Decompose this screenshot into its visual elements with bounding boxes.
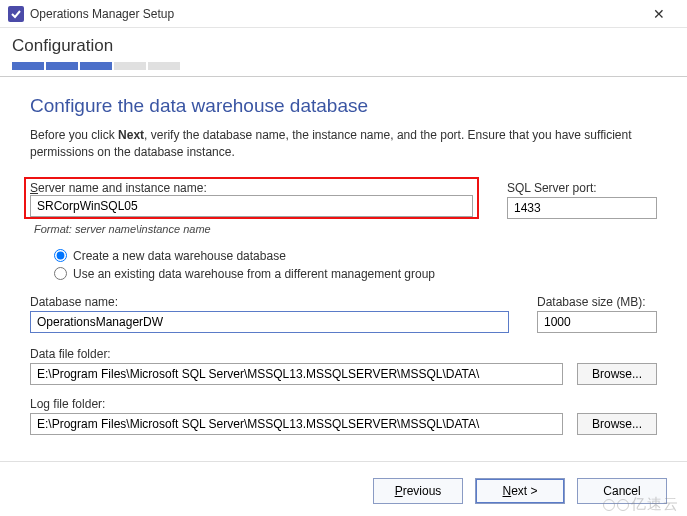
page-description: Before you click Next, verify the databa…	[30, 127, 657, 161]
cancel-button[interactable]: Cancel	[577, 478, 667, 504]
server-format-hint: Format: server name\instance name	[34, 223, 479, 235]
app-icon	[8, 6, 24, 22]
sql-port-input[interactable]	[507, 197, 657, 219]
footer: Previous Next > Cancel	[0, 478, 687, 504]
sql-port-label: SQL Server port:	[507, 181, 657, 195]
db-size-label: Database size (MB):	[537, 295, 657, 309]
radio-existing-row[interactable]: Use an existing data warehouse from a di…	[54, 267, 657, 281]
db-name-label: Database name:	[30, 295, 509, 309]
radio-create-row[interactable]: Create a new data warehouse database	[54, 249, 657, 263]
header-title: Configuration	[12, 36, 675, 56]
data-folder-browse-button[interactable]: Browse...	[577, 363, 657, 385]
log-folder-browse-button[interactable]: Browse...	[577, 413, 657, 435]
db-name-input[interactable]	[30, 311, 509, 333]
footer-separator	[0, 461, 687, 462]
header-band: Configuration	[0, 28, 687, 77]
radio-create-label: Create a new data warehouse database	[73, 249, 286, 263]
radio-existing-label: Use an existing data warehouse from a di…	[73, 267, 435, 281]
radio-create[interactable]	[54, 249, 67, 262]
content-area: Configure the data warehouse database Be…	[0, 77, 687, 457]
server-name-input[interactable]	[30, 195, 473, 217]
data-folder-label: Data file folder:	[30, 347, 563, 361]
log-folder-label: Log file folder:	[30, 397, 563, 411]
titlebar: Operations Manager Setup ✕	[0, 0, 687, 28]
server-name-label: Server name and instance name:	[30, 181, 207, 195]
close-button[interactable]: ✕	[639, 0, 679, 28]
data-folder-input[interactable]	[30, 363, 563, 385]
server-name-highlight: Server name and instance name:	[24, 177, 479, 219]
radio-existing[interactable]	[54, 267, 67, 280]
page-title: Configure the data warehouse database	[30, 95, 657, 117]
db-size-input[interactable]	[537, 311, 657, 333]
log-folder-input[interactable]	[30, 413, 563, 435]
titlebar-title: Operations Manager Setup	[30, 7, 639, 21]
previous-button[interactable]: Previous	[373, 478, 463, 504]
next-button[interactable]: Next >	[475, 478, 565, 504]
progress-bar	[12, 62, 675, 70]
